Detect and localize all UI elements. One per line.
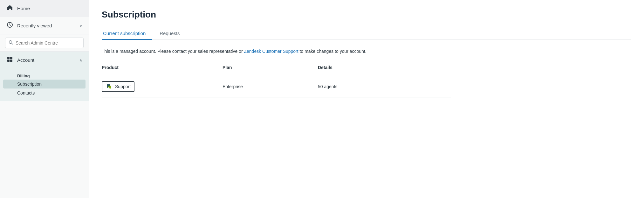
tab-current-subscription[interactable]: Current subscription [102, 27, 152, 40]
plan-cell: Enterprise [223, 84, 318, 89]
svg-rect-5 [10, 60, 12, 62]
sidebar-item-recently-viewed[interactable]: Recently viewed ∨ [0, 17, 89, 34]
col-header-product: Product [102, 65, 223, 73]
table-header: Product Plan Details [102, 65, 451, 76]
page-title: Subscription [102, 10, 631, 20]
recently-viewed-chevron: ∨ [79, 24, 82, 28]
sidebar: Home Recently viewed ∨ [0, 0, 89, 198]
sidebar-item-subscription[interactable]: Subscription [3, 80, 86, 88]
sidebar-item-home[interactable]: Home [0, 0, 89, 17]
account-label: Account [17, 57, 34, 63]
search-input[interactable] [16, 40, 80, 46]
details-cell: 50 agents [318, 84, 451, 89]
tabs: Current subscription Requests [102, 27, 631, 40]
zendesk-support-link[interactable]: Zendesk Customer Support [244, 49, 298, 54]
subscription-table: Product Plan Details Support Enterprise … [102, 65, 451, 97]
search-icon [9, 40, 13, 46]
home-label: Home [17, 6, 30, 11]
svg-rect-4 [7, 60, 10, 62]
svg-rect-2 [7, 57, 10, 59]
search-box[interactable] [5, 38, 84, 48]
account-chevron: ∧ [79, 58, 82, 62]
billing-group-label: Billing [0, 71, 89, 80]
clock-icon [6, 22, 13, 30]
product-badge: Support [102, 81, 134, 92]
home-icon [6, 4, 13, 12]
svg-rect-3 [10, 57, 12, 59]
info-text: This is a managed account. Please contac… [102, 48, 388, 55]
info-text-part2: to make changes to your account. [298, 49, 367, 54]
info-text-part1: This is a managed account. Please contac… [102, 49, 244, 54]
account-sub-items: Billing Subscription Contacts [0, 68, 89, 101]
account-header[interactable]: Account ∧ [0, 52, 89, 68]
recently-viewed-label: Recently viewed [17, 23, 52, 28]
support-logo-icon [106, 83, 113, 90]
table-row: Support Enterprise 50 agents [102, 76, 451, 97]
account-section: Account ∧ Billing Subscription Contacts [0, 52, 89, 101]
product-cell: Support [102, 81, 223, 92]
search-container [0, 34, 89, 52]
col-header-details: Details [318, 65, 451, 73]
tab-requests[interactable]: Requests [158, 27, 186, 40]
col-header-plan: Plan [223, 65, 318, 73]
product-name: Support [115, 84, 131, 89]
sidebar-item-contacts[interactable]: Contacts [0, 88, 89, 97]
account-icon [6, 56, 13, 64]
main-content: Subscription Current subscription Reques… [89, 0, 644, 198]
svg-point-1 [9, 41, 12, 44]
